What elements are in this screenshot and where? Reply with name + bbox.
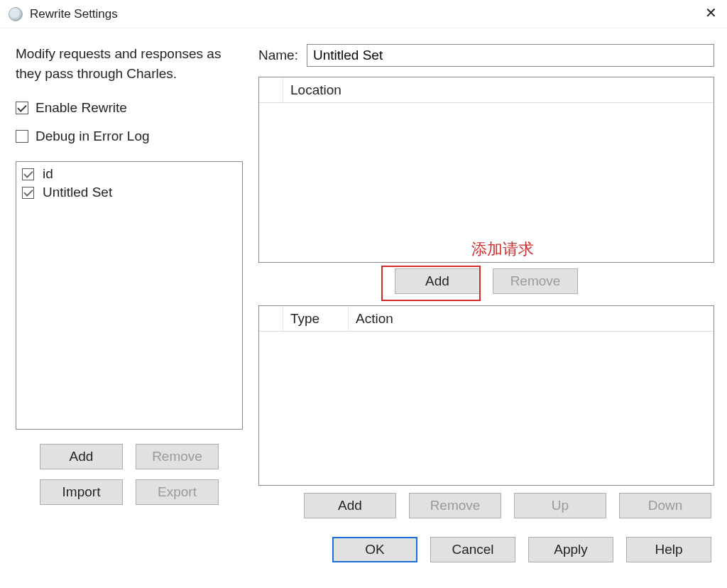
window-title: Rewrite Settings (30, 7, 118, 21)
ok-button[interactable]: OK (332, 537, 417, 562)
rules-remove-button[interactable]: Remove (409, 493, 501, 518)
enable-rewrite-row[interactable]: Enable Rewrite (16, 100, 243, 116)
rules-down-button[interactable]: Down (619, 493, 711, 518)
description-text: Modify requests and responses as they pa… (16, 44, 243, 83)
debug-log-checkbox[interactable] (16, 130, 28, 143)
set-label: Untitled Set (43, 185, 112, 200)
help-button[interactable]: Help (626, 537, 711, 562)
enable-rewrite-label: Enable Rewrite (35, 100, 127, 116)
locations-add-button[interactable]: Add (395, 268, 480, 294)
locations-remove-button[interactable]: Remove (493, 268, 578, 294)
locations-checkbox-header (259, 77, 283, 102)
app-icon (9, 7, 23, 21)
name-input[interactable] (307, 44, 714, 67)
cancel-button[interactable]: Cancel (430, 537, 515, 562)
sets-import-button[interactable]: Import (40, 479, 123, 505)
close-icon[interactable]: ✕ (705, 4, 717, 21)
rules-add-button[interactable]: Add (304, 493, 396, 518)
right-pane: Name: Location 添加请求 Add Remove Type Acti… (256, 28, 727, 588)
locations-buttons: 添加请求 Add Remove (258, 263, 714, 305)
set-label: id (43, 166, 53, 182)
sets-remove-button[interactable]: Remove (136, 444, 219, 469)
titlebar: Rewrite Settings ✕ (0, 0, 727, 28)
rules-up-button[interactable]: Up (514, 493, 606, 518)
enable-rewrite-checkbox[interactable] (16, 102, 28, 114)
list-item[interactable]: id (21, 165, 238, 183)
sets-add-button[interactable]: Add (40, 444, 123, 469)
apply-button[interactable]: Apply (528, 537, 613, 562)
debug-log-label: Debug in Error Log (35, 129, 150, 144)
locations-header: Location (283, 77, 714, 102)
set-checkbox[interactable] (22, 187, 34, 199)
sets-export-button[interactable]: Export (136, 479, 219, 505)
debug-log-row[interactable]: Debug in Error Log (16, 129, 243, 144)
name-label: Name: (258, 48, 298, 63)
rules-type-header: Type (283, 306, 349, 331)
rules-action-header: Action (349, 306, 714, 331)
list-item[interactable]: Untitled Set (21, 183, 238, 202)
set-checkbox[interactable] (22, 168, 34, 180)
locations-table[interactable]: Location (258, 77, 714, 263)
left-pane: Modify requests and responses as they pa… (0, 28, 256, 588)
rules-checkbox-header (259, 306, 283, 331)
rules-table[interactable]: Type Action (258, 305, 714, 486)
sets-list[interactable]: id Untitled Set (16, 161, 243, 430)
